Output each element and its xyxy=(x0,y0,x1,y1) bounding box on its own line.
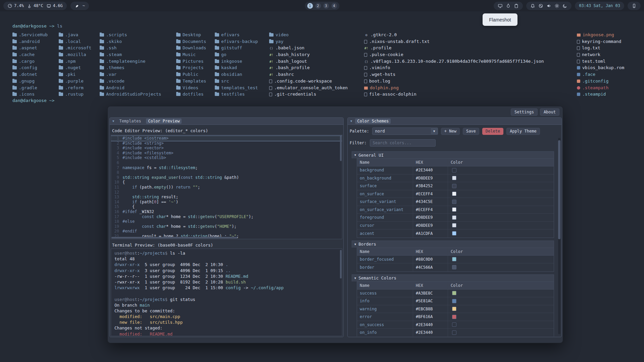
directory-entry[interactable]: .cargo xyxy=(12,58,48,65)
do-not-disturb-icon[interactable] xyxy=(538,3,543,8)
night-light-icon[interactable] xyxy=(562,3,567,8)
workspace-2[interactable]: 2 xyxy=(315,3,321,9)
directory-entry[interactable]: .npm xyxy=(59,58,91,65)
directory-entry[interactable]: .mozilla xyxy=(59,51,91,58)
directory-entry[interactable]: efivars xyxy=(215,32,258,38)
file-entry[interactable]: ⚙.gtkrc-2.0 xyxy=(364,32,544,38)
color-row[interactable]: success#A3BE8C xyxy=(357,290,554,298)
clock-pill[interactable]: 03:43 Sat, Jan 03 xyxy=(575,2,624,10)
file-entry[interactable]: file-assoc-dolphin xyxy=(364,91,544,98)
directory-entry[interactable]: .nuget xyxy=(59,64,91,71)
workspace-4[interactable]: 4 xyxy=(331,3,337,9)
directory-entry[interactable]: obsidian xyxy=(215,71,258,78)
directory-entry[interactable]: Videos xyxy=(176,85,206,91)
file-entry[interactable]: dolphin.png xyxy=(364,85,544,91)
directory-entry[interactable]: .rustup xyxy=(59,91,91,98)
tray-pill[interactable] xyxy=(628,2,641,10)
directory-entry[interactable]: src xyxy=(215,78,258,85)
about-button[interactable]: About xyxy=(540,108,559,116)
file-entry[interactable]: .steampid xyxy=(577,91,624,98)
directory-entry[interactable]: .gradle xyxy=(12,85,48,91)
color-swatch[interactable] xyxy=(452,307,456,311)
workspace-1[interactable]: 1 xyxy=(307,3,313,9)
file-entry[interactable]: .wget-hsts xyxy=(364,71,544,78)
color-swatch[interactable] xyxy=(452,315,456,319)
color-swatch[interactable] xyxy=(452,223,456,227)
chevron-down-icon[interactable]: ▼ xyxy=(431,127,438,135)
color-row[interactable]: error#BF616A xyxy=(357,313,554,321)
directory-entry[interactable]: Android xyxy=(100,85,161,91)
file-entry[interactable]: inkgoose.png xyxy=(577,32,624,38)
directory-entry[interactable]: .dotnet xyxy=(12,71,48,78)
file-entry[interactable]: .git-credentials xyxy=(269,91,348,98)
terminal-vertical-scrollbar[interactable] xyxy=(340,249,342,335)
directory-entry[interactable]: .purple xyxy=(59,78,91,85)
color-row[interactable]: foreground#D8DEE9 xyxy=(357,214,554,222)
scrollbar-thumb[interactable] xyxy=(340,250,342,278)
file-entry[interactable]: .emulator_console_auth_token xyxy=(269,85,348,91)
panel-scrollbar[interactable] xyxy=(558,138,560,334)
file-entry[interactable]: boot.log xyxy=(364,78,544,85)
directory-entry[interactable]: .templateengine xyxy=(100,58,161,65)
color-row[interactable]: on_success#2E3440 xyxy=(357,321,554,329)
tab-color-preview[interactable]: Color Preview xyxy=(146,118,182,124)
display-icon[interactable] xyxy=(498,3,503,8)
file-entry[interactable]: test.toml xyxy=(577,58,624,65)
directory-entry[interactable]: video xyxy=(269,32,348,38)
file-entry[interactable]: {}.babel.json xyxy=(269,45,348,51)
brightness-icon[interactable] xyxy=(554,3,559,8)
palette-select[interactable]: nord ▼ xyxy=(372,127,438,135)
file-entry[interactable]: #!.bash_history xyxy=(269,51,348,58)
file-entry[interactable]: .gitconfig xyxy=(577,78,624,85)
directory-entry[interactable]: testfiles xyxy=(215,91,258,98)
file-entry[interactable]: {}.v8flags.13.6.233.10-node.27.9180b4da3… xyxy=(364,58,544,65)
directory-entry[interactable]: kaskad xyxy=(215,64,258,71)
new-palette-button[interactable]: + New xyxy=(441,128,460,135)
directory-entry[interactable]: .ssh xyxy=(100,45,161,51)
color-row[interactable]: surface#3B4252 xyxy=(357,182,554,190)
collapse-icon[interactable]: ▼ xyxy=(350,119,352,123)
volume-icon[interactable] xyxy=(546,3,551,8)
directory-entry[interactable]: Downloads xyxy=(176,45,206,51)
color-swatch[interactable] xyxy=(452,265,456,269)
code-editor-preview[interactable]: 1#include <iostream>2#include <string>3#… xyxy=(111,135,342,239)
color-row[interactable]: accent#A1CDFA xyxy=(357,229,554,238)
directory-entry[interactable]: .config xyxy=(12,64,48,71)
color-row[interactable]: cursor#D8DEE9 xyxy=(357,222,554,230)
directory-entry[interactable]: .reform xyxy=(59,85,91,91)
file-entry[interactable]: #!.bash_profile xyxy=(269,64,348,71)
directory-entry[interactable]: .scripts xyxy=(100,32,161,38)
directory-entry[interactable]: AndroidStudioProjects xyxy=(100,91,161,98)
file-entry[interactable]: .config.code-workspace xyxy=(269,78,348,85)
color-row[interactable]: border#4C566A xyxy=(357,263,554,271)
color-swatch[interactable] xyxy=(452,207,456,212)
directory-entry[interactable]: .icons xyxy=(12,91,48,98)
editor-vertical-scrollbar[interactable] xyxy=(340,135,342,239)
directory-entry[interactable]: .themes xyxy=(100,64,161,71)
directory-entry[interactable]: Music xyxy=(176,51,206,58)
file-entry[interactable]: .face xyxy=(577,71,624,78)
color-swatch[interactable] xyxy=(452,330,456,335)
color-swatch[interactable] xyxy=(452,215,456,220)
save-button[interactable]: Save xyxy=(463,128,479,135)
file-entry[interactable]: #!.bash_logout xyxy=(269,58,348,65)
color-swatch[interactable] xyxy=(452,200,456,204)
clipboard-icon[interactable] xyxy=(514,3,519,8)
file-entry[interactable]: vbios_backup.rom xyxy=(577,64,624,71)
bell-icon[interactable] xyxy=(530,3,535,8)
terminal-preview[interactable]: user@host:~/projects$ ls -latotal 48drwx… xyxy=(111,249,342,336)
settings-button[interactable]: Settings xyxy=(511,108,538,116)
directory-entry[interactable]: yay xyxy=(269,38,348,45)
directory-entry[interactable]: .ServiceHub xyxy=(12,32,48,38)
directory-entry[interactable]: .cache xyxy=(12,51,48,58)
directory-entry[interactable]: .vscode xyxy=(100,78,161,85)
color-row[interactable]: on_surface#ECEFF4 xyxy=(357,190,554,198)
color-row[interactable]: on_background#D8DEE9 xyxy=(357,174,554,183)
color-row[interactable]: on_info#2E3440 xyxy=(357,329,554,337)
file-entry[interactable]: #!.bashrc xyxy=(269,71,348,78)
file-entry[interactable]: log.txt xyxy=(577,45,624,51)
color-filter-input[interactable] xyxy=(370,139,436,147)
directory-entry[interactable]: .pki xyxy=(59,71,91,78)
directory-entry[interactable]: Projects xyxy=(176,64,206,71)
directory-entry[interactable]: Templates xyxy=(176,78,206,85)
